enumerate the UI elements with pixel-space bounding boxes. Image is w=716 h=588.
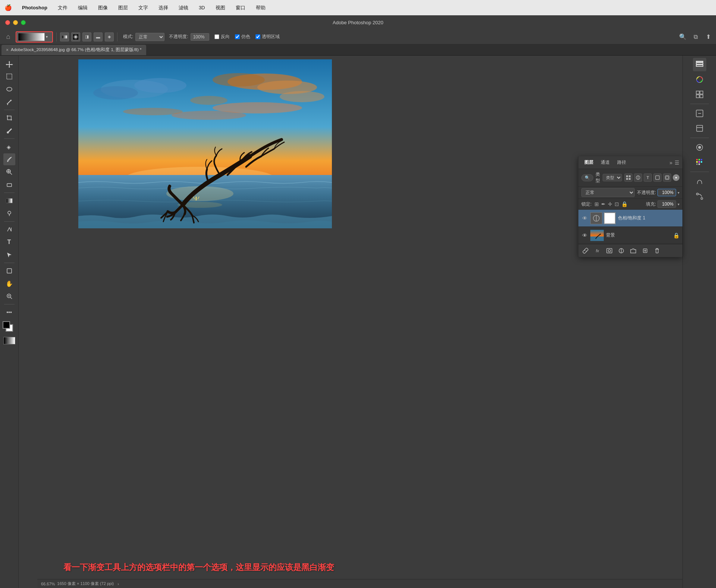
fill-input[interactable]: 100% <box>657 200 676 208</box>
gradient-dropdown-arrow[interactable]: ▾ <box>46 35 48 39</box>
menu-photoshop[interactable]: Photoshop <box>20 4 49 11</box>
pen-tool[interactable] <box>3 223 15 235</box>
menu-filter[interactable]: 滤镜 <box>177 4 190 12</box>
panel-arrange-icon[interactable]: ⧉ <box>691 32 700 42</box>
adjustment-panel-icon[interactable] <box>693 107 706 120</box>
radial-gradient-btn[interactable] <box>71 32 80 41</box>
rectangle-tool[interactable] <box>3 265 15 277</box>
menu-layer[interactable]: 图层 <box>116 4 130 12</box>
crop-tool[interactable] <box>3 112 15 124</box>
new-layer-icon[interactable] <box>641 247 649 255</box>
delete-layer-icon[interactable] <box>653 247 661 255</box>
filter-text-icon[interactable]: T <box>644 173 652 182</box>
tab-paths[interactable]: 路径 <box>614 158 629 167</box>
transparent-checkbox[interactable] <box>255 34 260 39</box>
text-tool[interactable]: T <box>3 236 15 248</box>
menu-3d[interactable]: 3D <box>197 4 207 11</box>
tab-channels[interactable]: 通道 <box>598 158 613 167</box>
reverse-checkbox[interactable] <box>214 34 219 39</box>
menu-window[interactable]: 窗口 <box>234 4 247 12</box>
gradient-picker[interactable]: ▾ <box>16 31 53 43</box>
dodge-tool[interactable] <box>3 207 15 219</box>
lock-transparent-icon[interactable]: ⊞ <box>594 201 599 207</box>
canvas-area[interactable]: 看一下渐变工具上方的选项栏中的第一个选项，这里显示的应该是黑白渐变 66.67%… <box>19 56 682 588</box>
brush-settings-icon[interactable] <box>693 141 706 154</box>
gradient-tool[interactable] <box>3 195 15 207</box>
filter-toggle[interactable]: ● <box>673 174 679 181</box>
simulate-checkbox[interactable] <box>235 34 240 39</box>
path-select-tool[interactable] <box>3 249 15 261</box>
lock-paint-icon[interactable]: ✒ <box>601 201 606 207</box>
menu-edit[interactable]: 编辑 <box>76 4 90 12</box>
blend-mode-select[interactable]: 正常 溶解 正片叠底 <box>135 33 164 41</box>
layer-visibility-eye-2[interactable]: 👁 <box>581 232 588 239</box>
link-layers-icon[interactable] <box>581 247 590 255</box>
blend-mode-select-layers[interactable]: 正常 溶解 正片叠底 滤色 <box>581 188 635 197</box>
hand-tool[interactable]: ✋ <box>3 278 15 290</box>
menu-text[interactable]: 文字 <box>136 4 150 12</box>
panel-expand-icon[interactable]: » <box>669 160 672 166</box>
tab-close-button[interactable]: × <box>6 47 9 53</box>
eraser-tool[interactable] <box>3 179 15 191</box>
opacity-input[interactable]: 100% <box>657 189 676 196</box>
grid-panel-icon[interactable] <box>693 88 706 101</box>
lock-artboard-icon[interactable]: ⊡ <box>615 201 619 207</box>
share-icon[interactable]: ⬆ <box>703 32 713 42</box>
lock-all-icon[interactable]: 🔒 <box>621 201 628 207</box>
eyedropper-tool[interactable] <box>3 125 15 137</box>
color-panel-icon[interactable] <box>693 73 706 86</box>
linear-gradient-btn[interactable] <box>60 32 69 41</box>
brush-tool[interactable] <box>3 153 15 165</box>
history-panel-icon[interactable] <box>693 122 706 135</box>
apple-logo[interactable]: 🍎 <box>4 4 12 11</box>
menu-view[interactable]: 视图 <box>214 4 227 12</box>
fill-arrow[interactable]: ▾ <box>678 202 679 206</box>
adjustment-layer-icon[interactable] <box>617 247 625 255</box>
maximize-button[interactable] <box>21 20 26 25</box>
filter-type-select[interactable]: 类型 名称 效果 <box>603 174 622 181</box>
lock-move-icon[interactable]: ✛ <box>608 201 612 207</box>
layer-hue-sat[interactable]: 👁 色相/饱和度 1 <box>578 210 682 227</box>
menu-select[interactable]: 选择 <box>157 4 170 12</box>
new-group-icon[interactable] <box>629 247 637 255</box>
diamond-gradient-btn[interactable]: ◈ <box>105 32 114 41</box>
swatches-panel-icon[interactable] <box>693 156 706 169</box>
tab-layers[interactable]: 图层 <box>581 158 596 167</box>
document-tab[interactable]: × AdobeStock_203958648.jpg @ 66.7% (色相/饱… <box>1 45 146 55</box>
panel-menu-icon[interactable]: ☰ <box>675 160 679 166</box>
close-button[interactable] <box>5 20 10 25</box>
layer-visibility-eye-1[interactable]: 👁 <box>581 215 588 222</box>
move-tool[interactable] <box>3 58 15 70</box>
filter-adjust-icon[interactable] <box>634 173 642 182</box>
clone-tool[interactable] <box>3 166 15 178</box>
heal-tool[interactable]: ◈ <box>3 141 15 153</box>
layer-background[interactable]: 👁 背景 🔒 <box>578 227 682 244</box>
menu-help[interactable]: 帮助 <box>254 4 267 12</box>
magic-wand-tool[interactable]: ✦ <box>3 96 15 108</box>
filter-shape-icon[interactable] <box>653 173 662 182</box>
zoom-tool[interactable] <box>3 290 15 302</box>
opacity-value[interactable]: 100% <box>191 33 209 41</box>
minimize-button[interactable] <box>13 20 18 25</box>
status-arrow[interactable]: › <box>117 582 119 586</box>
filter-pixel-icon[interactable] <box>624 173 632 182</box>
layer-fx-icon[interactable]: fx <box>593 247 602 255</box>
angle-gradient-btn[interactable]: ◨ <box>82 32 91 41</box>
menu-image[interactable]: 图像 <box>96 4 110 12</box>
reflected-gradient-btn[interactable]: ▬ <box>94 32 103 41</box>
lasso-tool[interactable] <box>3 83 15 95</box>
foreground-color-swatch[interactable] <box>3 321 10 329</box>
quick-mask-btn[interactable] <box>3 337 15 344</box>
marquee-tool[interactable] <box>3 71 15 82</box>
add-mask-icon[interactable] <box>605 247 613 255</box>
layers-panel-icon[interactable] <box>693 58 706 71</box>
paths-panel-icon[interactable] <box>693 190 706 203</box>
menu-file[interactable]: 文件 <box>56 4 69 12</box>
home-button[interactable]: ⌂ <box>3 32 13 42</box>
opacity-arrow[interactable]: ▾ <box>678 191 679 195</box>
channels-panel-icon[interactable] <box>693 175 706 188</box>
filter-smart-icon[interactable] <box>663 173 671 182</box>
search-icon[interactable]: 🔍 <box>678 32 688 42</box>
extra-tools[interactable]: ••• <box>3 306 15 318</box>
filter-search[interactable]: 🔍 <box>581 174 593 181</box>
